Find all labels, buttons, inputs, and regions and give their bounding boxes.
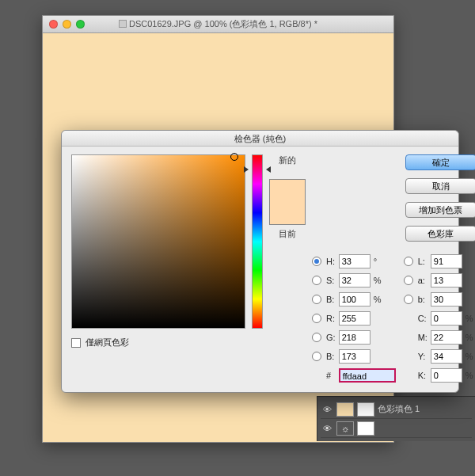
hex-prefix: # — [326, 371, 336, 380]
input-l[interactable]: 91 — [431, 254, 462, 268]
web-only-row[interactable]: 僅網頁色彩 — [71, 337, 245, 348]
new-color-swatch[interactable] — [270, 180, 305, 202]
input-s[interactable]: 32 — [339, 273, 370, 288]
unit-s: % — [374, 276, 385, 285]
web-only-checkbox[interactable] — [71, 338, 81, 348]
hue-slider[interactable] — [252, 154, 263, 329]
minimize-icon[interactable] — [63, 20, 71, 29]
color-picker-dialog: 檢色器 (純色) 僅網頁色彩 新的 目前 — [61, 130, 459, 393]
ok-button[interactable]: 確定 — [405, 154, 475, 170]
layer-thumbnail[interactable] — [336, 402, 354, 417]
input-h[interactable]: 33 — [339, 254, 370, 268]
layer-name[interactable]: 色彩填色 1 — [378, 403, 472, 415]
radio-r[interactable] — [312, 314, 321, 323]
adjustment-icon[interactable]: ☼ — [336, 421, 354, 436]
input-r[interactable]: 255 — [339, 311, 370, 326]
input-hex[interactable]: ffdaad — [339, 368, 396, 383]
color-libraries-button[interactable]: 色彩庫 — [405, 226, 475, 242]
visibility-icon[interactable]: 👁 — [321, 424, 333, 433]
add-swatch-button[interactable]: 增加到色票 — [405, 202, 475, 218]
visibility-icon[interactable]: 👁 — [321, 405, 333, 414]
unit-m: % — [466, 333, 475, 342]
radio-g[interactable] — [312, 333, 321, 342]
radio-l[interactable] — [404, 257, 413, 266]
layer-mask-thumbnail[interactable] — [357, 402, 374, 417]
label-m: M: — [418, 333, 428, 342]
document-titlebar[interactable]: DSC01629.JPG @ 100% (色彩填色 1, RGB/8*) * — [43, 16, 393, 33]
radio-bv[interactable] — [312, 295, 321, 304]
unit-bv: % — [374, 295, 385, 304]
label-a: a: — [418, 276, 428, 285]
unit-c: % — [466, 314, 475, 323]
zoom-icon[interactable] — [76, 20, 85, 29]
input-bc[interactable]: 173 — [339, 349, 370, 364]
label-l: L: — [418, 257, 428, 266]
dialog-title: 檢色器 (純色) — [62, 131, 458, 147]
sv-handle-icon[interactable] — [230, 153, 238, 161]
unit-y: % — [466, 352, 475, 361]
layer-row[interactable]: 👁 色彩填色 1 — [321, 400, 472, 419]
input-g[interactable]: 218 — [339, 330, 370, 345]
input-k[interactable]: 0 — [431, 368, 462, 383]
radio-b[interactable] — [404, 295, 413, 304]
input-y[interactable]: 34 — [431, 349, 462, 364]
saturation-value-field[interactable] — [71, 154, 245, 329]
label-h: H: — [326, 257, 336, 266]
current-color-swatch[interactable] — [270, 202, 305, 224]
unit-k: % — [466, 371, 475, 380]
radio-bc[interactable] — [312, 352, 321, 361]
label-r: R: — [326, 314, 336, 323]
traffic-lights — [49, 20, 85, 29]
label-y: Y: — [418, 352, 428, 361]
label-bc: B: — [326, 352, 336, 361]
current-color-label: 目前 — [279, 228, 296, 240]
label-b: b: — [418, 295, 428, 304]
layer-mask-thumbnail[interactable] — [357, 421, 374, 436]
layer-row[interactable]: 👁 ☼ — [321, 419, 472, 438]
unit-h: ° — [374, 257, 385, 266]
color-values-grid: H: 33 ° L: 91 S: 32 % a: 13 B: — [312, 254, 475, 383]
document-title: DSC01629.JPG @ 100% (色彩填色 1, RGB/8*) * — [43, 18, 393, 30]
input-a[interactable]: 13 — [431, 273, 462, 288]
label-k: K: — [418, 371, 428, 380]
radio-s[interactable] — [312, 276, 321, 285]
cancel-button[interactable]: 取消 — [405, 178, 475, 194]
input-m[interactable]: 22 — [431, 330, 462, 345]
document-proxy-icon — [119, 20, 127, 28]
input-b[interactable]: 30 — [431, 292, 462, 307]
close-icon[interactable] — [49, 20, 58, 29]
new-color-label: 新的 — [279, 154, 296, 166]
color-swatch-pair — [269, 179, 306, 225]
input-bv[interactable]: 100 — [339, 292, 370, 307]
input-c[interactable]: 0 — [431, 311, 462, 326]
web-only-label: 僅網頁色彩 — [86, 337, 129, 348]
label-s: S: — [326, 276, 336, 285]
layers-panel: 👁 色彩填色 1 👁 ☼ — [317, 396, 475, 441]
radio-h[interactable] — [312, 257, 321, 266]
document-title-text: DSC01629.JPG @ 100% (色彩填色 1, RGB/8*) * — [129, 19, 317, 29]
label-bv: B: — [326, 295, 336, 304]
radio-a[interactable] — [404, 276, 413, 285]
label-c: C: — [418, 314, 428, 323]
label-g: G: — [326, 333, 336, 342]
